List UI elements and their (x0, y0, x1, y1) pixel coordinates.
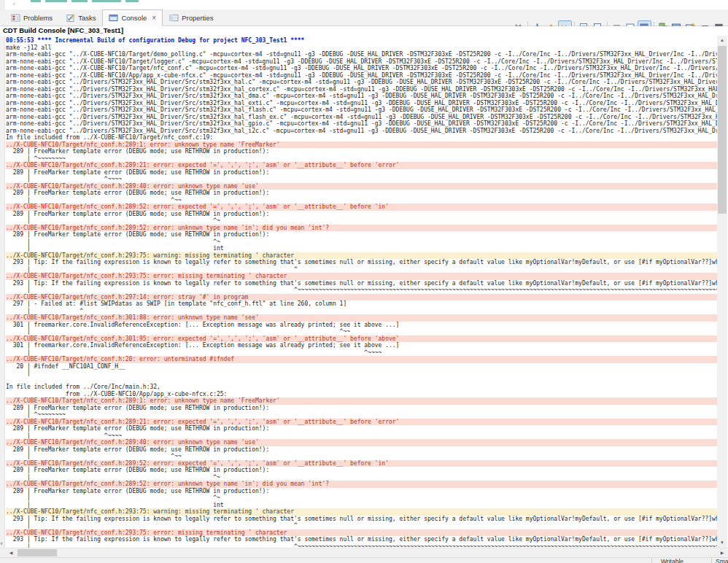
chevron-down-icon[interactable]: ˅ (0, 541, 3, 546)
console-output[interactable]: 08:55:53 **** Incremental Build of confi… (6, 37, 717, 548)
console-line: 289 | FreeMarker template error (DEBUG m… (6, 405, 717, 412)
console-line: 289 | FreeMarker template error (DEBUG m… (6, 425, 717, 432)
console-line: arm-none-eabi-gcc "../Drivers/STM32F3xx_… (6, 100, 717, 107)
close-icon[interactable]: × (152, 15, 156, 22)
console-line: 289 | FreeMarker template error (DEBUG m… (6, 488, 717, 495)
status-bar: Writable Smart Insert (0, 557, 728, 563)
console-line: | ^~ (6, 238, 717, 246)
console-line[interactable]: ../X-CUBE-NFC10/Target/nfc_conf.h:293:75… (6, 529, 717, 537)
tab-label: Console (121, 14, 147, 22)
console-line: | (6, 370, 717, 377)
console-line: arm-none-eabi-gcc "../X-CUBE-NFC10/Targe… (6, 65, 717, 72)
horizontal-scrollbar[interactable]: ◀ ▶ (0, 548, 728, 557)
console-line: arm-none-eabi-gcc "../Drivers/STM32F3xx_… (6, 114, 717, 121)
tab-console[interactable]: Console× (102, 9, 163, 26)
console-line: | ^ (6, 522, 717, 529)
console-line: 289 | FreeMarker template error (DEBUG m… (6, 467, 717, 474)
console-line: | ^~~ (6, 328, 717, 335)
console-line[interactable]: ../X-CUBE-NFC10/Target/nfc_conf.h:289:40… (6, 183, 717, 190)
console-line: | ^~~ (6, 453, 717, 460)
vertical-scrollbar[interactable]: ▲ ▼ (717, 36, 727, 548)
console-line: 297 | - Failed at: #list SWIPdatas as SW… (6, 300, 717, 308)
scroll-down-icon[interactable]: ▼ (717, 538, 727, 548)
console-line: In file included from ../X-CUBE-NFC10/Ta… (6, 134, 717, 141)
status-separator (651, 558, 652, 563)
console-line: | ^~~~~~~~~~~~~~~~~~~~~~~~~~~~~~~~~~~~~~… (6, 287, 717, 294)
tasks-icon (66, 13, 75, 23)
console-line: | ^~~ (6, 197, 717, 204)
tab-properties[interactable]: Properties (163, 9, 220, 26)
console-view: ˅ 08:55:53 **** Incremental Build of con… (0, 36, 728, 548)
console-line: | ^~~~~ (6, 432, 717, 440)
status-insert-mode: Smart Insert (716, 558, 728, 563)
console-line: 289 | FreeMarker template error (DEBUG m… (6, 148, 717, 155)
code-fragment (31, 0, 41, 2)
view-tabs: ProblemsTasksConsole×Properties (4, 9, 220, 26)
status-writable: Writable (661, 558, 684, 563)
tab-tasks[interactable]: Tasks (59, 9, 102, 26)
console-line[interactable]: ../X-CUBE-NFC10/Target/nfc_conf.h:301:95… (6, 335, 717, 343)
horizontal-scroll-thumb[interactable] (18, 549, 57, 556)
problems-icon (11, 13, 20, 23)
console-line[interactable]: ../X-CUBE-NFC10/Target/nfc_conf.h:289:21… (6, 162, 717, 169)
code-fragment (92, 0, 121, 2)
code-fragment (125, 0, 139, 2)
console-line: 289 | FreeMarker template error (DEBUG m… (6, 446, 717, 454)
console-line (6, 377, 717, 384)
console-line: | ^~~~~ (6, 349, 717, 357)
console-line[interactable]: ../X-CUBE-NFC10/Target/nfc_conf.h:293:75… (6, 252, 717, 260)
console-line: 289 | FreeMarker template error (DEBUG m… (6, 231, 717, 238)
console-line: | ^ (6, 308, 717, 315)
console-line[interactable]: ../X-CUBE-NFC10/Target/nfc_conf.h:20: er… (6, 356, 717, 363)
console-line: 289 | FreeMarker template error (DEBUG m… (6, 169, 717, 176)
console-line: | ^~ (6, 474, 717, 481)
editor-sliver: ‹ (0, 0, 728, 10)
console-line: 08:55:53 **** Incremental Build of confi… (6, 37, 717, 44)
console-line: arm-none-eabi-gcc "../Drivers/STM32F3xx_… (6, 79, 717, 86)
left-strip: ˅ (0, 36, 5, 548)
console-line: | ^~ (6, 494, 717, 502)
console-line: 301 | freemarker.core.InvalidReferenceEx… (6, 342, 717, 349)
console-line: 20 | #ifndef __NFC10A1_CONF_H__ (6, 363, 717, 370)
scroll-right-icon[interactable]: ▶ (717, 548, 727, 557)
console-line[interactable]: ../X-CUBE-NFC10/Target/nfc_conf.h:289:52… (6, 481, 717, 488)
code-fragment (71, 0, 88, 2)
tab-label: Properties (182, 14, 213, 22)
console-line: | ^~~~~~~~~ (6, 411, 717, 419)
console-line: arm-none-eabi-gcc "../X-CUBE-NFC10/Targe… (6, 58, 717, 66)
console-line[interactable]: ../X-CUBE-NFC10/Target/nfc_conf.h:293:75… (6, 273, 717, 280)
console-line[interactable]: ../X-CUBE-NFC10/Target/nfc_conf.h:297:14… (6, 294, 717, 301)
console-line[interactable]: ../X-CUBE-NFC10/Target/nfc_conf.h:289:21… (6, 419, 717, 426)
console-line[interactable]: ../X-CUBE-NFC10/Target/nfc_conf.h:293:75… (6, 508, 717, 516)
view-tabbar: ProblemsTasksConsole×Properties ▾▾ (0, 9, 728, 26)
properties-icon (169, 13, 179, 23)
vertical-scroll-thumb[interactable] (718, 46, 727, 214)
console-line: | ^~ (6, 217, 717, 225)
status-separator (711, 558, 712, 563)
console-line[interactable]: ../X-CUBE-NFC10/Target/nfc_conf.h:301:88… (6, 314, 717, 322)
tab-label: Problems (23, 14, 53, 22)
console-line: 293 | Tip: If the failing expression is … (6, 516, 717, 523)
console-line: arm-none-eabi-gcc "../Drivers/STM32F3xx_… (6, 106, 717, 114)
console-line[interactable]: ../X-CUBE-NFC10/Target/nfc_conf.h:289:1:… (6, 141, 717, 149)
scroll-up-icon[interactable]: ▲ (717, 36, 727, 45)
console-line: | int (6, 502, 717, 509)
console-line: 293 | Tip: If the failing expression is … (6, 280, 717, 287)
console-line[interactable]: ../X-CUBE-NFC10/Target/nfc_conf.h:289:40… (6, 439, 717, 446)
console-line[interactable]: ../X-CUBE-NFC10/Target/nfc_conf.h:289:1:… (6, 397, 717, 405)
console-line: arm-none-eabi-gcc "../Drivers/STM32F3xx_… (6, 93, 717, 100)
console-line: | ^~~~~~~~~ (6, 155, 717, 163)
console-line: 301 | freemarker.core.InvalidReferenceEx… (6, 322, 717, 329)
console-line[interactable]: ../X-CUBE-NFC10/Target/nfc_conf.h:289:52… (6, 203, 717, 211)
scroll-left-icon[interactable]: ◀ (6, 548, 16, 557)
editor-hscroll-left-icon[interactable]: ‹ (13, 1, 15, 7)
console-line: 289 | FreeMarker template error (DEBUG m… (6, 211, 717, 218)
tab-problems[interactable]: Problems (4, 9, 59, 26)
console-line[interactable]: ../X-CUBE-NFC10/Target/nfc_conf.h:289:52… (6, 460, 717, 467)
console-line: arm-none-eabi-gcc "../Drivers/STM32F3xx_… (6, 128, 717, 135)
console-line: | ^ (6, 266, 717, 273)
console-line: make -j12 all (6, 44, 717, 52)
console-line: arm-none-eabi-gcc "../X-CUBE-NFC10/App/a… (6, 72, 717, 79)
console-line[interactable]: ../X-CUBE-NFC10/Target/nfc_conf.h:289:52… (6, 225, 717, 232)
console-icon (109, 13, 118, 23)
